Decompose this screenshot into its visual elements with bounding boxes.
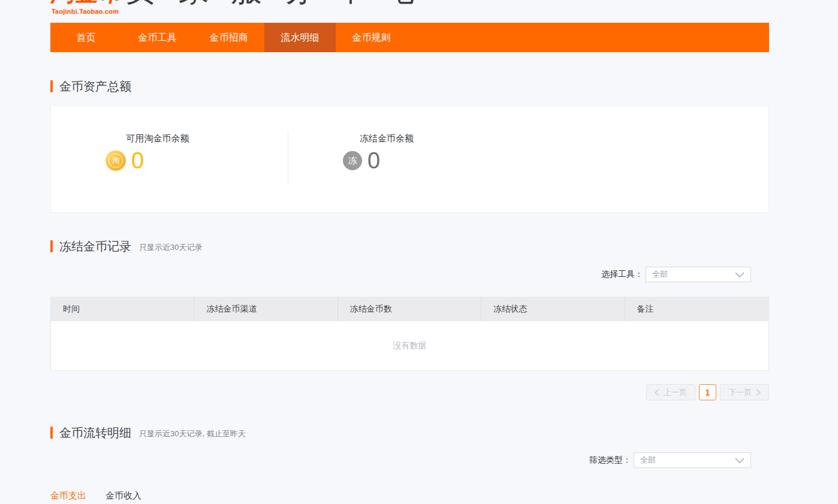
frozen-records-heading: 冻结金币记录 只显示近30天记录: [50, 240, 769, 253]
current-page-button[interactable]: 1: [699, 384, 716, 400]
tool-filter-label: 选择工具：: [601, 269, 643, 280]
type-filter-label: 筛选类型：: [589, 455, 631, 466]
assets-card: 可用淘金币余额 淘 0 冻结金币余额 冻 0: [50, 105, 769, 213]
assets-section-title: 金币资产总额: [59, 79, 131, 95]
heading-accent-bar: [50, 427, 53, 439]
chevron-down-icon: [735, 272, 744, 277]
frozen-records-title: 冻结金币记录: [59, 239, 131, 255]
available-balance-value: 0: [131, 149, 144, 172]
chevron-down-icon: [735, 458, 744, 463]
table-empty-state: 没有数据: [51, 321, 768, 370]
frozen-records-table: 时间 冻结金币渠道 冻结金币数 冻结状态 备注 没有数据: [50, 297, 769, 371]
frozen-balance-value: 0: [367, 149, 380, 172]
chevron-left-icon: [655, 389, 659, 396]
tao-coin-icon: 淘: [105, 150, 126, 171]
col-header-time: 时间: [51, 297, 194, 321]
col-header-status: 冻结状态: [481, 297, 625, 321]
nav-item-home[interactable]: 首页: [50, 23, 122, 52]
tab-coin-income[interactable]: 金币收入: [105, 490, 141, 502]
available-balance-block: 可用淘金币余额 淘 0: [51, 132, 264, 172]
nav-item-coin-tools[interactable]: 金币工具: [122, 23, 193, 52]
tool-filter-row: 选择工具： 全部: [50, 267, 769, 282]
seller-service-center-title: 卖家服务中心: [125, 0, 442, 7]
pagination: 上一页 1 下一页: [50, 384, 769, 400]
logo-domain-text: Taojinbi.Taobao.com: [52, 8, 119, 15]
top-header: 淘金币 Taojinbi.Taobao.com 卖家服务中心: [0, 0, 838, 23]
nav-item-coin-rules[interactable]: 金币规则: [336, 23, 407, 52]
nav-item-coin-merchants[interactable]: 金币招商: [193, 23, 264, 52]
frozen-balance-block: 冻结金币余额 冻 0: [288, 132, 486, 172]
col-header-remark: 备注: [625, 297, 768, 321]
taojinbi-logo: 淘金币: [50, 0, 122, 6]
frozen-records-note: 只显示近30天记录: [139, 242, 202, 253]
coin-flow-heading: 金币流转明细 只显示近30天记录, 截止至昨天: [50, 426, 769, 439]
chevron-right-icon: [756, 389, 761, 396]
type-filter-row: 筛选类型： 全部: [50, 452, 769, 468]
tool-filter-value: 全部: [652, 269, 668, 280]
type-filter-dropdown[interactable]: 全部: [634, 452, 751, 468]
prev-page-button[interactable]: 上一页: [646, 384, 695, 400]
tab-coin-expense[interactable]: 金币支出: [50, 490, 86, 502]
coin-flow-tabs: 金币支出 金币收入: [50, 490, 769, 502]
heading-accent-bar: [50, 240, 53, 252]
main-nav: 首页 金币工具 金币招商 流水明细 金币规则: [50, 23, 769, 52]
table-header-row: 时间 冻结金币渠道 冻结金币数 冻结状态 备注: [51, 297, 768, 321]
frozen-coin-icon: 冻: [343, 151, 362, 170]
assets-section-heading: 金币资产总额: [50, 80, 769, 93]
frozen-balance-label: 冻结金币余额: [288, 132, 486, 144]
coin-flow-title: 金币流转明细: [59, 425, 131, 441]
col-header-amount: 冻结金币数: [338, 297, 481, 321]
next-page-button[interactable]: 下一页: [720, 384, 769, 400]
type-filter-value: 全部: [640, 455, 656, 466]
col-header-channel: 冻结金币渠道: [194, 297, 337, 321]
tool-filter-dropdown[interactable]: 全部: [646, 267, 751, 282]
coin-flow-note: 只显示近30天记录, 截止至昨天: [139, 428, 246, 439]
available-balance-label: 可用淘金币余额: [51, 132, 264, 144]
heading-accent-bar: [50, 80, 53, 92]
nav-item-flow-details[interactable]: 流水明细: [264, 23, 336, 52]
